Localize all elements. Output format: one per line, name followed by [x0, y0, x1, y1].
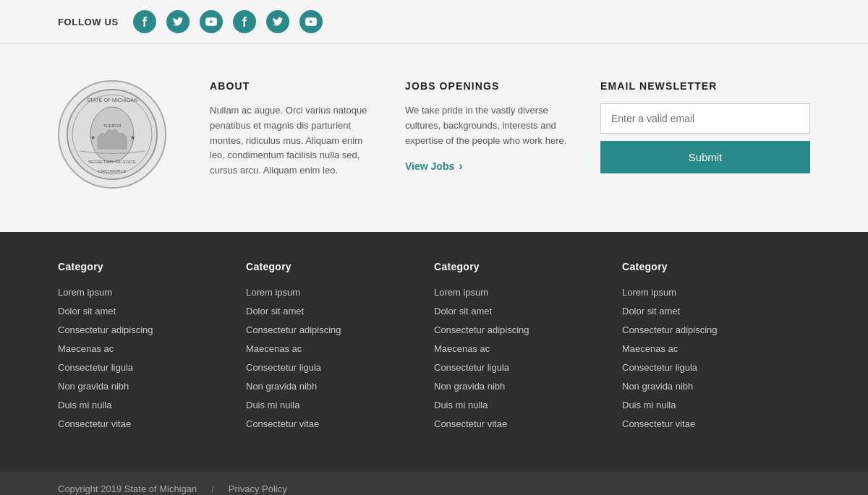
list-item: Duis mi nulla	[434, 398, 622, 411]
list-item: Lorem ipsum	[58, 285, 246, 298]
footer-link[interactable]: Lorem ipsum	[434, 287, 488, 298]
footer-link[interactable]: Consectetur vitae	[434, 418, 507, 429]
jobs-title: JOBS OPENINGS	[405, 80, 571, 92]
footer-link[interactable]: Duis mi nulla	[58, 400, 111, 410]
divider-slash: /	[211, 483, 214, 494]
footer-link[interactable]: Maecenas ac	[246, 343, 302, 354]
footer-col-3: Category Lorem ipsum Dolor sit amet Cons…	[434, 261, 622, 436]
list-item: Non gravida nibh	[246, 379, 434, 392]
footer-col-1: Category Lorem ipsum Dolor sit amet Cons…	[58, 261, 246, 436]
footer-link[interactable]: Consectetur ligula	[622, 362, 697, 373]
svg-text:SECRETARY OF STATE: SECRETARY OF STATE	[88, 160, 136, 164]
twitter-icon-1[interactable]	[166, 10, 190, 33]
privacy-policy-link[interactable]: Privacy Policy	[229, 483, 287, 494]
footer-col-3-list: Lorem ipsum Dolor sit amet Consectetur a…	[434, 285, 622, 430]
facebook-icon-1[interactable]	[133, 10, 156, 33]
view-jobs-label: View Jobs	[405, 160, 454, 172]
footer-link[interactable]: Consectetur ligula	[246, 362, 321, 373]
list-item: Maecenas ac	[434, 342, 622, 355]
jobs-text: We take pride in the vastly diverse cult…	[405, 103, 571, 148]
youtube-icon-2[interactable]	[299, 10, 323, 33]
list-item: Consectetur vitae	[434, 417, 622, 430]
footer-link[interactable]: Consectetur vitae	[246, 418, 319, 429]
footer-link[interactable]: Duis mi nulla	[246, 400, 299, 410]
footer-col-4: Category Lorem ipsum Dolor sit amet Cons…	[622, 261, 810, 436]
list-item: Non gravida nibh	[58, 379, 246, 392]
copyright-text: Copyright 2019 State of Michigan	[58, 483, 197, 494]
list-item: Consectetur ligula	[246, 361, 434, 374]
footer-link[interactable]: Consectetur adipiscing	[622, 324, 718, 335]
youtube-icon-1[interactable]	[200, 10, 223, 33]
svg-text:★: ★	[90, 134, 95, 141]
footer-link[interactable]: Dolor sit amet	[58, 306, 116, 317]
list-item: Lorem ipsum	[622, 285, 810, 298]
footer-col-2: Category Lorem ipsum Dolor sit amet Cons…	[246, 261, 434, 436]
footer-link[interactable]: Consectetur ligula	[58, 362, 133, 373]
footer-link[interactable]: Consectetur vitae	[58, 418, 131, 429]
facebook-icon-2[interactable]	[233, 10, 256, 33]
list-item: Consectetur ligula	[622, 361, 810, 374]
svg-text:CIRCUMSPICE: CIRCUMSPICE	[98, 169, 127, 173]
list-item: Dolor sit amet	[246, 304, 434, 317]
follow-bar: FOLLOW US	[0, 0, 868, 44]
footer-link[interactable]: Duis mi nulla	[434, 400, 488, 410]
footer-col-4-list: Lorem ipsum Dolor sit amet Consectetur a…	[622, 285, 810, 430]
footer-link[interactable]: Maecenas ac	[58, 343, 114, 354]
list-item: Consectetur ligula	[58, 361, 246, 374]
footer-col-2-title: Category	[246, 261, 434, 272]
jobs-section: JOBS OPENINGS We take pride in the vastl…	[405, 80, 571, 173]
view-jobs-link[interactable]: View Jobs ›	[405, 160, 463, 173]
footer-link[interactable]: Consectetur adipiscing	[58, 324, 153, 335]
about-text: Nullam ac augue. Orci varius natoque pen…	[210, 103, 376, 178]
list-item: Duis mi nulla	[58, 398, 246, 411]
footer-col-2-list: Lorem ipsum Dolor sit amet Consectetur a…	[246, 285, 434, 430]
chevron-right-icon: ›	[459, 160, 462, 173]
state-seal: STATE OF MICHIGAN TUEBOR ★ ★ SECRETARY O…	[58, 80, 166, 189]
footer-col-3-title: Category	[434, 261, 622, 272]
list-item: Duis mi nulla	[246, 398, 434, 411]
list-item: Dolor sit amet	[434, 304, 622, 317]
email-input[interactable]	[600, 103, 810, 134]
list-item: Maecenas ac	[622, 342, 810, 355]
list-item: Lorem ipsum	[434, 285, 622, 298]
footer-link[interactable]: Non gravida nibh	[58, 381, 129, 392]
list-item: Consectetur vitae	[246, 417, 434, 430]
footer-link[interactable]: Duis mi nulla	[622, 400, 676, 410]
list-item: Consectetur adipiscing	[434, 323, 622, 336]
footer-info-section: STATE OF MICHIGAN TUEBOR ★ ★ SECRETARY O…	[0, 44, 868, 232]
footer-link[interactable]: Lorem ipsum	[246, 287, 300, 298]
footer-link[interactable]: Consectetur adipiscing	[434, 324, 529, 335]
about-section: ABOUT Nullam ac augue. Orci varius natoq…	[210, 80, 376, 178]
footer-link[interactable]: Consectetur vitae	[622, 418, 695, 429]
footer-link[interactable]: Non gravida nibh	[622, 381, 693, 392]
list-item: Dolor sit amet	[622, 304, 810, 317]
footer-link[interactable]: Consectetur ligula	[434, 362, 509, 373]
svg-text:TUEBOR: TUEBOR	[103, 124, 122, 128]
footer-links-section: Category Lorem ipsum Dolor sit amet Cons…	[0, 232, 868, 472]
footer-link[interactable]: Non gravida nibh	[246, 381, 317, 392]
svg-text:STATE OF MICHIGAN: STATE OF MICHIGAN	[87, 98, 137, 103]
list-item: Consectetur vitae	[58, 417, 246, 430]
list-item: Non gravida nibh	[434, 379, 622, 392]
follow-label: FOLLOW US	[58, 17, 119, 27]
list-item: Consectetur adipiscing	[246, 323, 434, 336]
footer-link[interactable]: Lorem ipsum	[58, 287, 112, 298]
footer-link[interactable]: Non gravida nibh	[434, 381, 505, 392]
about-title: ABOUT	[210, 80, 376, 92]
list-item: Duis mi nulla	[622, 398, 810, 411]
footer-link[interactable]: Dolor sit amet	[622, 306, 680, 317]
footer-link[interactable]: Maecenas ac	[622, 343, 678, 354]
list-item: Maecenas ac	[58, 342, 246, 355]
list-item: Maecenas ac	[246, 342, 434, 355]
footer-link[interactable]: Consectetur adipiscing	[246, 324, 341, 335]
submit-button[interactable]: Submit	[600, 141, 810, 173]
list-item: Consectetur ligula	[434, 361, 622, 374]
footer-link[interactable]: Maecenas ac	[434, 343, 490, 354]
footer-link[interactable]: Dolor sit amet	[434, 306, 492, 317]
list-item: Consectetur adipiscing	[622, 323, 810, 336]
footer-link[interactable]: Lorem ipsum	[622, 287, 676, 298]
list-item: Consectetur adipiscing	[58, 323, 246, 336]
footer-link[interactable]: Dolor sit amet	[246, 306, 304, 317]
newsletter-title: EMAIL NEWSLETTER	[600, 80, 810, 92]
twitter-icon-2[interactable]	[266, 10, 289, 33]
